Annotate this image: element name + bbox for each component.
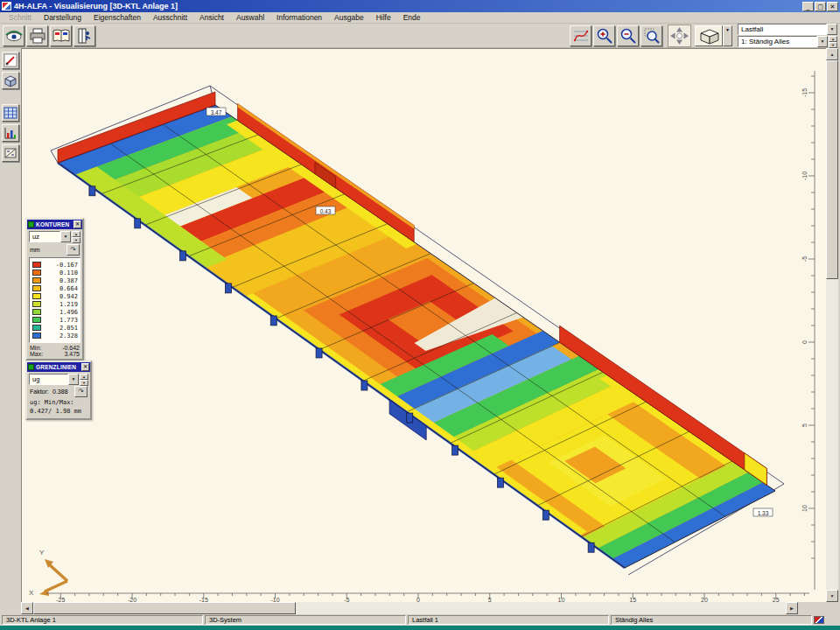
- print-icon: [29, 28, 46, 44]
- loadcase-combo-value[interactable]: 1: Ständig Alles: [738, 36, 817, 47]
- mesh-button[interactable]: [2, 104, 19, 122]
- ruler-label: -10: [802, 172, 808, 180]
- result-chart-button[interactable]: [2, 124, 19, 142]
- loadcase-combo[interactable]: 1: Ständig Alles ▼: [738, 36, 828, 47]
- spin-down-icon[interactable]: ▼: [80, 380, 88, 386]
- menu-item-schnitt: Schnitt: [3, 12, 38, 24]
- grenzlinien-quantity-combo[interactable]: ug ▼: [29, 374, 79, 385]
- solid-box-icon: [4, 74, 18, 88]
- mesh-line: [110, 144, 675, 542]
- hscroll-thumb[interactable]: [33, 602, 296, 614]
- support-pier: [361, 381, 368, 390]
- menu-item-hilfe[interactable]: Hilfe: [370, 12, 397, 24]
- grenzlinien-titlebar[interactable]: GRENZLINIEN ✕: [27, 362, 90, 372]
- status-icon: [814, 616, 824, 624]
- legend-value: 1.496: [44, 309, 78, 316]
- chevron-down-icon[interactable]: ▼: [68, 374, 79, 385]
- support-pier: [407, 413, 413, 423]
- print-button[interactable]: [26, 25, 48, 46]
- support-pier: [89, 186, 95, 196]
- pan-control[interactable]: [668, 24, 691, 47]
- wireframe-edge: [51, 150, 58, 163]
- close-button[interactable]: ✕: [827, 2, 838, 11]
- konturen-spinner[interactable]: ▲▼: [72, 231, 80, 242]
- contour-legend: -0.1670.1100.3870.6640.9421.2191.4961.77…: [29, 257, 80, 343]
- loadcase-spinner[interactable]: ▲▼: [829, 36, 837, 47]
- max-value: 3.475: [64, 351, 80, 357]
- manual-button[interactable]: [50, 25, 72, 46]
- view-eye-button[interactable]: [3, 25, 24, 46]
- solid-box-button[interactable]: [2, 72, 19, 89]
- legend-value: 1.773: [44, 317, 78, 324]
- support-pier: [588, 542, 594, 552]
- konturen-quantity-combo[interactable]: uz ▼: [29, 231, 71, 242]
- support-pier: [316, 348, 322, 358]
- model-tag-value: 1.33: [758, 510, 769, 516]
- menu-item-auswahl[interactable]: Auswahl: [230, 12, 270, 24]
- konturen-combo-value[interactable]: uz: [29, 231, 60, 242]
- mesh-icon: [4, 106, 18, 120]
- spin-up-icon[interactable]: ▲: [72, 231, 80, 237]
- legend-color-chip: [32, 309, 41, 315]
- draw-section-button[interactable]: [2, 52, 19, 69]
- zoom-in-icon: [596, 27, 613, 45]
- refresh-contours-button[interactable]: ↷: [66, 244, 80, 256]
- unit-label: mm: [30, 247, 40, 253]
- menu-item-ansicht[interactable]: Ansicht: [193, 12, 230, 24]
- view-cube-button[interactable]: [695, 25, 723, 46]
- section-plane-icon: [4, 146, 18, 160]
- menu-item-darstellung[interactable]: Darstellung: [38, 12, 88, 24]
- grenzlinien-close-icon[interactable]: ✕: [81, 363, 89, 371]
- scroll-right-icon[interactable]: ▶: [786, 602, 798, 614]
- zoom-out-button[interactable]: [617, 25, 639, 46]
- viewport-3d[interactable]: 3.470.431.33YX-25-20-15-10-50510152025-1…: [21, 48, 826, 602]
- legend-color-chip: [32, 293, 41, 299]
- zoom-window-button[interactable]: [640, 25, 662, 46]
- title-bar[interactable]: 4H-ALFA - Visualisierung [3D-KTL Anlage …: [0, 0, 840, 12]
- chevron-down-icon[interactable]: ▼: [827, 24, 837, 35]
- zoom-in-button[interactable]: [593, 25, 615, 46]
- menu-item-eigenschaften[interactable]: Eigenschaften: [88, 12, 147, 24]
- status-bar: 3D-KTL Anlage 13D-SystemLastfall 1Ständi…: [0, 614, 840, 626]
- zoom-out-icon: [620, 27, 637, 45]
- legend-row: 2.328: [32, 332, 78, 340]
- section-plane-button[interactable]: [2, 144, 19, 162]
- spin-down-icon[interactable]: ▼: [72, 237, 80, 243]
- menu-item-informationen[interactable]: Informationen: [270, 12, 328, 24]
- view-cube-dropdown[interactable]: ▼: [723, 25, 732, 46]
- lastfall-combo[interactable]: Lastfall ▼: [738, 24, 837, 35]
- chevron-down-icon[interactable]: ▼: [60, 231, 71, 242]
- lastfall-combo-value[interactable]: Lastfall: [738, 24, 827, 35]
- legend-row: 1.219: [32, 300, 78, 308]
- spin-up-icon[interactable]: ▲: [80, 374, 88, 380]
- legend-value: 0.664: [44, 285, 78, 292]
- spin-up-icon[interactable]: ▲: [829, 36, 837, 42]
- scroll-left-icon[interactable]: ◀: [21, 602, 33, 614]
- exit-door-icon: [76, 28, 94, 44]
- vscroll-thumb[interactable]: [826, 60, 838, 279]
- menu-item-ausschnitt[interactable]: Ausschnitt: [147, 12, 193, 24]
- support-pier: [225, 284, 231, 293]
- app-icon: [2, 2, 11, 10]
- minimize-button[interactable]: _: [802, 2, 814, 11]
- konturen-titlebar[interactable]: KONTUREN ✕: [27, 220, 82, 229]
- scroll-down-icon[interactable]: ▼: [826, 590, 838, 602]
- konturen-close-icon[interactable]: ✕: [74, 220, 81, 228]
- chevron-down-icon[interactable]: ▼: [817, 36, 828, 47]
- grenzlinien-spinner[interactable]: ▲▼: [80, 374, 88, 385]
- exit-button[interactable]: [74, 25, 95, 46]
- legend-row: 0.664: [32, 284, 78, 292]
- vertical-scrollbar[interactable]: ▲ ▼: [826, 48, 838, 602]
- contour-settings-button[interactable]: [570, 25, 592, 46]
- horizontal-scrollbar[interactable]: ◀ ▶: [21, 602, 798, 614]
- fem-model-scene: 3.470.431.33YX-25-20-15-10-50510152025-1…: [22, 49, 827, 603]
- menu-item-ausgabe[interactable]: Ausgabe: [328, 12, 370, 24]
- maximize-button[interactable]: ▢: [815, 2, 826, 11]
- spin-down-icon[interactable]: ▼: [829, 42, 837, 48]
- grenzlinien-title: GRENZLINIEN: [36, 364, 81, 370]
- model-tag-value: 3.47: [211, 109, 222, 116]
- scroll-up-icon[interactable]: ▲: [826, 48, 838, 60]
- grenzlinien-combo-value[interactable]: ug: [29, 374, 68, 385]
- refresh-grenzlinien-button[interactable]: ↷: [74, 386, 88, 397]
- menu-item-ende[interactable]: Ende: [397, 12, 427, 24]
